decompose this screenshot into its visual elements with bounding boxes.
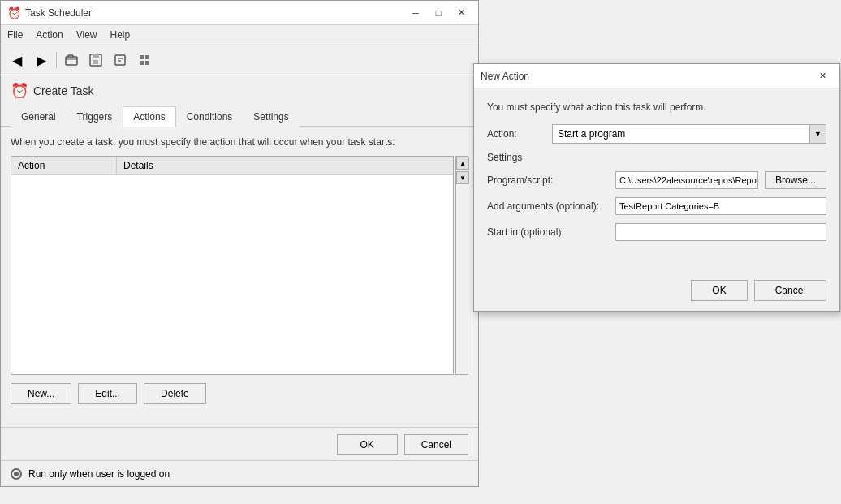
svg-rect-9 xyxy=(140,61,144,65)
create-task-label: Create Task xyxy=(33,84,93,97)
table-header: Action Details xyxy=(11,157,453,175)
action-row: Action: Start a program ▼ xyxy=(487,124,826,144)
menu-help[interactable]: Help xyxy=(104,27,137,43)
dialog-cancel-button[interactable]: Cancel xyxy=(754,280,826,301)
tab-actions[interactable]: Actions xyxy=(123,106,175,127)
toolbar: ◀ ▶ xyxy=(1,45,478,75)
tab-triggers[interactable]: Triggers xyxy=(67,106,123,127)
back-button[interactable]: ◀ xyxy=(6,49,28,71)
program-value-display: C:\Users\22ale\source\repos\ReportAutoma… xyxy=(615,171,758,189)
actions-tab-content: When you create a task, you must specify… xyxy=(1,127,478,414)
actions-table-container: Action Details ▲ ▼ xyxy=(11,156,468,375)
dialog-ok-button[interactable]: OK xyxy=(691,280,747,301)
main-cancel-button[interactable]: Cancel xyxy=(404,434,468,455)
action-combobox[interactable]: Start a program ▼ xyxy=(552,124,826,144)
column-action: Action xyxy=(11,157,117,174)
svg-rect-0 xyxy=(66,57,77,65)
dialog-description: You must specify what action this task w… xyxy=(487,101,826,113)
settings-group-label: Settings xyxy=(487,152,826,163)
start-in-label: Start in (optional): xyxy=(487,226,609,238)
menu-file[interactable]: File xyxy=(1,27,29,43)
dialog-footer: OK Cancel xyxy=(474,270,839,311)
create-task-icon: ⏰ xyxy=(11,82,28,100)
main-ok-button[interactable]: OK xyxy=(337,434,398,455)
arguments-value-display: TestReport Categories=B xyxy=(615,197,826,215)
dialog-title-bar: New Action ✕ xyxy=(474,64,839,88)
actions-description: When you create a task, you must specify… xyxy=(11,136,468,148)
scroll-up-button[interactable]: ▲ xyxy=(456,157,469,170)
create-task-header: ⏰ Create Task xyxy=(1,75,478,106)
new-action-dialog: New Action ✕ You must specify what actio… xyxy=(473,63,840,312)
action-buttons-group: New... Edit... Delete xyxy=(11,383,468,404)
start-in-value-display xyxy=(615,223,826,241)
svg-rect-2 xyxy=(93,54,99,58)
action-combobox-value: Start a program xyxy=(553,128,809,140)
maximize-button[interactable]: □ xyxy=(428,5,449,21)
app-title: Task Scheduler xyxy=(25,7,405,19)
svg-rect-8 xyxy=(145,55,149,59)
scroll-down-button[interactable]: ▼ xyxy=(456,171,469,184)
tab-settings[interactable]: Settings xyxy=(243,106,299,127)
status-bar: Run only when user is logged on xyxy=(1,460,478,486)
action-combobox-arrow[interactable]: ▼ xyxy=(809,125,826,143)
menu-action[interactable]: Action xyxy=(29,27,69,43)
menu-bar: File Action View Help xyxy=(1,25,478,45)
app-icon: ⏰ xyxy=(7,6,20,19)
svg-rect-7 xyxy=(140,55,144,59)
arguments-label: Add arguments (optional): xyxy=(487,200,609,212)
program-row: Program/script: C:\Users\22ale\source\re… xyxy=(487,171,826,189)
dialog-close-button[interactable]: ✕ xyxy=(812,68,833,84)
main-window: ⏰ Task Scheduler ─ □ ✕ File Action View … xyxy=(0,0,479,487)
forward-button[interactable]: ▶ xyxy=(30,49,53,71)
column-details: Details xyxy=(117,157,453,174)
status-radio-icon xyxy=(11,468,22,480)
new-button[interactable]: New... xyxy=(11,383,71,404)
save-button[interactable] xyxy=(84,49,107,71)
open-button[interactable] xyxy=(60,49,83,71)
start-in-row: Start in (optional): xyxy=(487,223,826,241)
program-label: Program/script: xyxy=(487,174,609,186)
settings-group: Settings Program/script: C:\Users\22ale\… xyxy=(487,152,826,241)
toolbar-separator-1 xyxy=(56,52,57,68)
close-button[interactable]: ✕ xyxy=(451,5,472,21)
delete-button[interactable]: Delete xyxy=(144,383,206,404)
window-controls: ─ □ ✕ xyxy=(405,5,472,21)
svg-rect-10 xyxy=(145,61,149,65)
edit-button[interactable]: Edit... xyxy=(78,383,137,404)
dialog-content: You must specify what action this task w… xyxy=(474,88,839,262)
properties-button[interactable] xyxy=(109,49,132,71)
arguments-row: Add arguments (optional): TestReport Cat… xyxy=(487,197,826,215)
svg-rect-4 xyxy=(115,55,125,65)
dialog-title: New Action xyxy=(481,71,812,82)
tab-general[interactable]: General xyxy=(11,106,67,127)
window-footer: OK Cancel xyxy=(1,427,478,462)
tab-conditions[interactable]: Conditions xyxy=(176,106,244,127)
svg-rect-3 xyxy=(93,60,98,64)
browse-button[interactable]: Browse... xyxy=(765,171,826,189)
menu-view[interactable]: View xyxy=(70,27,104,43)
status-radio-inner xyxy=(14,472,19,476)
scrollbar: ▲ ▼ xyxy=(455,156,468,375)
actions-table[interactable]: Action Details xyxy=(11,156,454,375)
status-text: Run only when user is logged on xyxy=(28,468,170,480)
main-title-bar: ⏰ Task Scheduler ─ □ ✕ xyxy=(1,1,478,25)
action-label: Action: xyxy=(487,128,552,140)
minimize-button[interactable]: ─ xyxy=(405,5,426,21)
grid-button[interactable] xyxy=(133,49,156,71)
tabs-bar: General Triggers Actions Conditions Sett… xyxy=(1,106,478,127)
